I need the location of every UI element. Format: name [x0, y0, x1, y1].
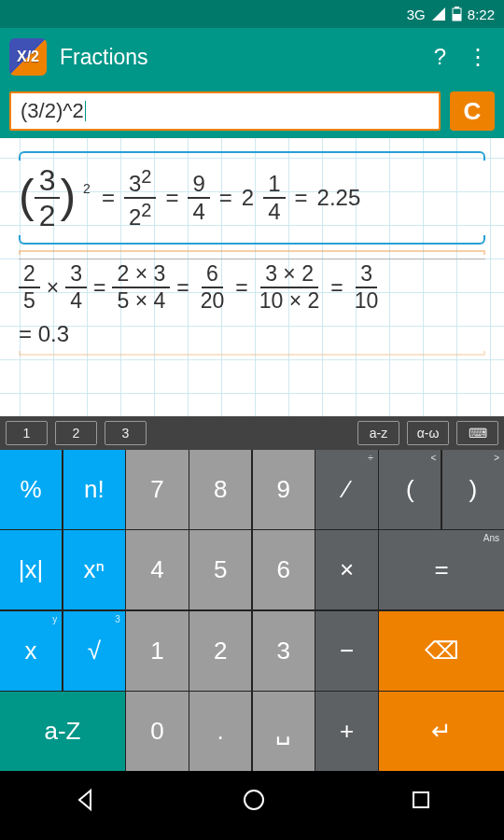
result-block-2: 25 × 34 = 2 × 35 × 4 = 620 = 3 × 210 × 2… [19, 250, 485, 356]
key-rparen[interactable]: )> [442, 450, 504, 529]
expression-bar: (3/2)^2 C [0, 86, 504, 138]
help-icon[interactable]: ? [434, 44, 446, 70]
page-title: Fractions [60, 45, 434, 70]
key-enter[interactable]: ↵ [379, 692, 504, 771]
key-lparen[interactable]: (< [379, 450, 441, 529]
android-navbar [0, 771, 504, 829]
key-space[interactable]: ␣ [253, 692, 315, 771]
signal-icon [431, 7, 446, 21]
key-root[interactable]: √3 [63, 611, 125, 691]
key-6[interactable]: 6 [253, 530, 315, 609]
mode-keyboard-icon[interactable]: ⌨ [456, 421, 498, 445]
key-minus[interactable]: − [315, 611, 377, 691]
mode-row: 1 2 3 a-z α-ω ⌨ [0, 416, 504, 450]
svg-rect-4 [413, 792, 428, 807]
svg-rect-1 [455, 7, 459, 8]
key-8[interactable]: 8 [189, 450, 251, 529]
mode-greek[interactable]: α-ω [407, 421, 449, 445]
results-area[interactable]: (32)2 = 3222 = 94 = 214 = 2.25 25 × 34 =… [0, 138, 504, 416]
expression-input[interactable]: (3/2)^2 [9, 91, 441, 131]
key-plus[interactable]: + [315, 692, 377, 771]
overflow-icon[interactable]: ⋮ [467, 44, 489, 70]
key-7[interactable]: 7 [126, 450, 188, 529]
mode-tab-2[interactable]: 2 [55, 421, 97, 445]
cell-label: 3G [407, 7, 426, 22]
key-multiply[interactable]: × [315, 530, 377, 609]
svg-point-3 [245, 791, 263, 809]
app-icon: X/2 [9, 38, 47, 76]
key-divide[interactable]: ⁄÷ [315, 450, 377, 529]
key-4[interactable]: 4 [126, 530, 188, 609]
key-x[interactable]: xy [0, 611, 62, 691]
key-0[interactable]: 0 [126, 692, 188, 771]
status-bar: 3G 8:22 [0, 0, 504, 28]
key-abs[interactable]: |x| [0, 530, 62, 609]
key-5[interactable]: 5 [189, 530, 251, 609]
key-power[interactable]: xⁿ [63, 530, 125, 609]
key-3[interactable]: 3 [253, 611, 315, 691]
key-1[interactable]: 1 [126, 611, 188, 691]
app-bar: X/2 Fractions ? ⋮ [0, 28, 504, 86]
back-icon[interactable] [72, 787, 98, 813]
key-2[interactable]: 2 [189, 611, 251, 691]
key-dot[interactable]: . [189, 692, 251, 771]
mode-tab-1[interactable]: 1 [6, 421, 48, 445]
result-block-1: (32)2 = 3222 = 94 = 214 = 2.25 [19, 151, 485, 245]
key-9[interactable]: 9 [253, 450, 315, 529]
key-backspace[interactable]: ⌫ [379, 611, 504, 691]
key-factorial[interactable]: n! [63, 450, 125, 529]
mode-tab-3[interactable]: 3 [105, 421, 147, 445]
recent-icon[interactable] [410, 789, 432, 811]
mode-alpha[interactable]: a-z [357, 421, 399, 445]
keypad: %n!789⁄÷(<)>|x|xⁿ456×=Ansxy√3123−⌫a-Z0.␣… [0, 450, 504, 771]
expression-text: (3/2)^2 [21, 99, 84, 123]
key-percent[interactable]: % [0, 450, 62, 529]
battery-icon [452, 7, 462, 21]
key-alpha[interactable]: a-Z [0, 692, 125, 771]
clear-button[interactable]: C [450, 91, 495, 131]
svg-rect-2 [453, 14, 461, 21]
clock: 8:22 [468, 7, 495, 22]
key-equals[interactable]: =Ans [379, 530, 504, 609]
home-icon[interactable] [242, 788, 266, 812]
